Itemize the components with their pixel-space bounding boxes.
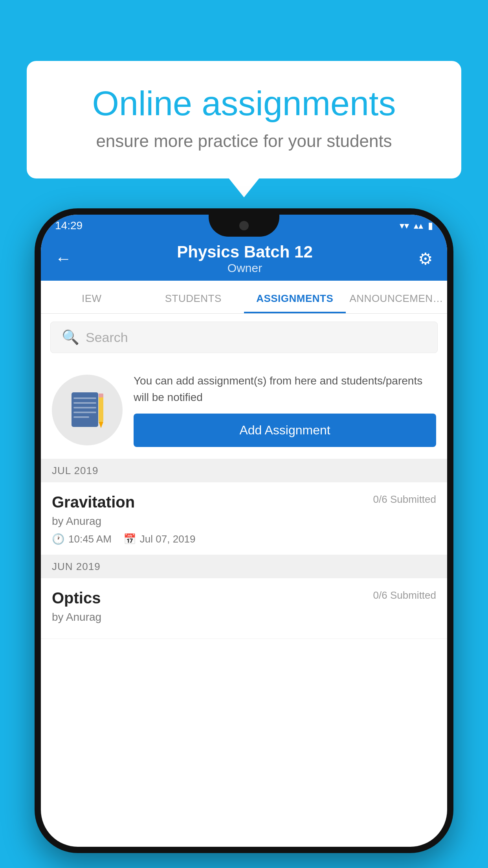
assignment-title: Gravitation xyxy=(52,493,135,511)
camera xyxy=(239,221,249,230)
tab-view[interactable]: IEW xyxy=(41,281,143,313)
assignment-author: by Anurag xyxy=(52,515,436,528)
search-placeholder: Search xyxy=(86,330,128,345)
optics-submitted: 0/6 Submitted xyxy=(373,589,436,601)
svg-rect-1 xyxy=(73,397,96,399)
promo-section: You can add assignment(s) from here and … xyxy=(41,361,447,459)
assignment-top: Gravitation 0/6 Submitted xyxy=(52,493,436,511)
svg-rect-8 xyxy=(99,394,103,397)
section-header-jun: JUN 2019 xyxy=(41,555,447,578)
battery-icon: ▮ xyxy=(428,220,433,231)
calendar-icon: 📅 xyxy=(123,533,136,545)
svg-rect-6 xyxy=(99,394,103,422)
notch xyxy=(209,215,279,237)
wifi-icon: ▾▾ xyxy=(400,220,409,231)
search-bar-container: 🔍 Search xyxy=(41,314,447,361)
phone-inner: 14:29 ▾▾ ▴▴ ▮ ← Physics Batch 12 Owner ⚙… xyxy=(41,215,447,847)
header-center: Physics Batch 12 Owner xyxy=(177,243,313,275)
status-icons: ▾▾ ▴▴ ▮ xyxy=(400,220,433,231)
assignment-meta: 🕐 10:45 AM 📅 Jul 07, 2019 xyxy=(52,533,436,545)
settings-icon[interactable]: ⚙ xyxy=(418,249,433,268)
speech-bubble-container: Online assignments ensure more practice … xyxy=(27,61,461,178)
svg-rect-2 xyxy=(73,402,96,404)
status-time: 14:29 xyxy=(55,219,83,232)
clock-icon: 🕐 xyxy=(52,533,64,545)
batch-title: Physics Batch 12 xyxy=(177,243,313,261)
phone-frame: 14:29 ▾▾ ▴▴ ▮ ← Physics Batch 12 Owner ⚙… xyxy=(35,208,453,853)
tabs-container: IEW STUDENTS ASSIGNMENTS ANNOUNCEMENTS xyxy=(41,281,447,314)
svg-rect-5 xyxy=(73,416,89,418)
tab-students[interactable]: STUDENTS xyxy=(143,281,244,313)
svg-rect-3 xyxy=(73,407,96,408)
promo-text-area: You can add assignment(s) from here and … xyxy=(134,373,436,447)
meta-date: 📅 Jul 07, 2019 xyxy=(123,533,196,545)
svg-marker-7 xyxy=(99,422,103,428)
speech-bubble-subtitle: ensure more practice for your students xyxy=(58,131,430,151)
assignment-item-gravitation[interactable]: Gravitation 0/6 Submitted by Anurag 🕐 10… xyxy=(41,482,447,555)
speech-bubble-title: Online assignments xyxy=(58,85,430,123)
meta-time-value: 10:45 AM xyxy=(68,533,112,545)
notebook-svg xyxy=(70,390,105,430)
signal-icon: ▴▴ xyxy=(414,220,423,231)
meta-time: 🕐 10:45 AM xyxy=(52,533,112,545)
optics-title: Optics xyxy=(52,589,101,607)
optics-author: by Anurag xyxy=(52,611,436,623)
tab-assignments[interactable]: ASSIGNMENTS xyxy=(244,281,346,313)
assignment-submitted: 0/6 Submitted xyxy=(373,493,436,506)
svg-rect-4 xyxy=(73,412,96,413)
promo-description: You can add assignment(s) from here and … xyxy=(134,373,436,406)
back-button[interactable]: ← xyxy=(55,249,72,268)
speech-bubble: Online assignments ensure more practice … xyxy=(27,61,461,178)
add-assignment-button[interactable]: Add Assignment xyxy=(134,414,436,447)
app-header: ← Physics Batch 12 Owner ⚙ xyxy=(41,237,447,281)
promo-icon-circle xyxy=(52,375,123,445)
section-header-jul: JUL 2019 xyxy=(41,459,447,482)
meta-date-value: Jul 07, 2019 xyxy=(140,533,196,545)
screen-body: 🔍 Search xyxy=(41,314,447,844)
assignment-item-optics[interactable]: Optics 0/6 Submitted by Anurag xyxy=(41,578,447,639)
batch-subtitle: Owner xyxy=(177,261,313,275)
search-bar[interactable]: 🔍 Search xyxy=(50,322,438,353)
assignment-top-optics: Optics 0/6 Submitted xyxy=(52,589,436,607)
tab-announcements[interactable]: ANNOUNCEMENTS xyxy=(346,281,448,313)
search-icon: 🔍 xyxy=(62,329,79,346)
